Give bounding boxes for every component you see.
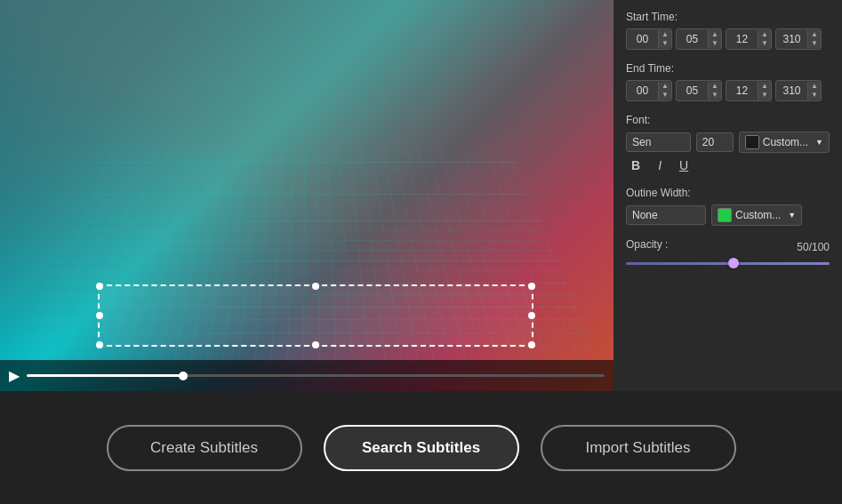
end-time-hours[interactable]: 00 ▲ ▼ (626, 80, 672, 101)
start-time-ms[interactable]: 310 ▲ ▼ (775, 28, 822, 50)
selection-handle-tl[interactable] (96, 283, 103, 290)
bottom-bar: Create Subtitles Search Subtitles Import… (0, 391, 842, 504)
end-time-seconds-btns: ▲ ▼ (758, 82, 771, 100)
right-panel: Start Time: 00 ▲ ▼ 05 ▲ ▼ (613, 0, 842, 391)
end-time-seconds-down[interactable]: ▼ (758, 91, 771, 100)
selection-handle-tr[interactable] (528, 283, 535, 290)
selection-handle-bl[interactable] (96, 341, 103, 348)
font-row: Sen Arial Helvetica 20 16 24 32 Custom..… (626, 132, 830, 153)
start-time-ms-value: 310 (776, 29, 807, 49)
timeline-bar[interactable] (27, 374, 605, 377)
opacity-section: Opacity : 50/100 (626, 238, 830, 270)
end-time-section: End Time: 00 ▲ ▼ 05 ▲ ▼ 12 (626, 62, 830, 101)
timeline-progress (27, 374, 183, 377)
end-time-minutes-up[interactable]: ▲ (709, 82, 721, 91)
start-time-hours-btns: ▲ ▼ (658, 30, 671, 48)
opacity-slider-track[interactable] (626, 262, 830, 265)
opacity-label-row: Opacity : 50/100 (626, 238, 830, 256)
font-color-arrow: ▼ (815, 138, 823, 147)
outline-color-label: Custom... (735, 209, 781, 221)
end-time-minutes-down[interactable]: ▼ (709, 91, 721, 100)
opacity-slider-container (626, 256, 830, 270)
start-time-seconds-down[interactable]: ▼ (758, 39, 771, 48)
opacity-slider-thumb[interactable] (728, 258, 739, 268)
end-time-hours-value: 00 (627, 81, 658, 100)
start-time-section: Start Time: 00 ▲ ▼ 05 ▲ ▼ (626, 11, 830, 50)
opacity-value: 50/100 (797, 241, 830, 253)
selection-handle-bm[interactable] (312, 341, 319, 348)
selection-handle-tm[interactable] (312, 283, 319, 290)
start-time-label: Start Time: (626, 11, 830, 23)
start-time-row: 00 ▲ ▼ 05 ▲ ▼ 12 ▲ (626, 28, 830, 50)
start-time-hours-up[interactable]: ▲ (659, 30, 671, 39)
selection-handle-mr[interactable] (528, 312, 535, 319)
start-time-ms-btns: ▲ ▼ (807, 30, 821, 48)
font-section: Font: Sen Arial Helvetica 20 16 24 32 Cu… (626, 114, 830, 174)
tunnel-lines (0, 147, 613, 391)
font-color-picker[interactable]: Custom... ▼ (739, 132, 830, 153)
opacity-label: Opacity : (626, 238, 668, 251)
end-time-seconds[interactable]: 12 ▲ ▼ (726, 80, 772, 101)
create-subtitles-button[interactable]: Create Subtitles (107, 425, 302, 471)
end-time-minutes[interactable]: 05 ▲ ▼ (676, 80, 722, 101)
end-time-hours-btns: ▲ ▼ (658, 82, 671, 100)
import-subtitles-button[interactable]: Import Subtitles (541, 425, 736, 471)
end-time-ms-down[interactable]: ▼ (808, 91, 821, 100)
font-color-swatch (745, 135, 759, 149)
selection-handle-ml[interactable] (96, 312, 103, 319)
video-container: ▶ (0, 0, 613, 391)
start-time-seconds-value: 12 (726, 29, 758, 49)
end-time-ms[interactable]: 310 ▲ ▼ (775, 80, 822, 101)
video-background (0, 0, 613, 391)
end-time-ms-btns: ▲ ▼ (807, 82, 821, 100)
italic-button[interactable]: I (653, 156, 667, 174)
outline-label: Outine Width: (626, 187, 830, 199)
start-time-hours-down[interactable]: ▼ (659, 39, 671, 48)
end-time-label: End Time: (626, 62, 830, 75)
outline-row: None 1px 2px 3px Custom... ▼ (626, 204, 830, 226)
selection-handle-br[interactable] (528, 341, 535, 348)
font-family-select[interactable]: Sen Arial Helvetica (626, 132, 691, 152)
end-time-hours-up[interactable]: ▲ (659, 82, 671, 91)
outline-color-swatch (718, 208, 732, 222)
main-area: ▶ Start Time: 00 ▲ ▼ 05 (0, 0, 842, 391)
end-time-minutes-value: 05 (677, 81, 708, 100)
start-time-ms-up[interactable]: ▲ (808, 30, 821, 39)
start-time-seconds[interactable]: 12 ▲ ▼ (726, 28, 772, 50)
start-time-ms-down[interactable]: ▼ (808, 39, 821, 48)
outline-color-arrow: ▼ (788, 211, 796, 220)
end-time-ms-up[interactable]: ▲ (808, 82, 821, 91)
outline-select[interactable]: None 1px 2px 3px (626, 205, 706, 225)
end-time-seconds-value: 12 (726, 81, 758, 100)
start-time-minutes[interactable]: 05 ▲ ▼ (676, 28, 722, 50)
video-controls: ▶ (0, 360, 613, 391)
start-time-seconds-up[interactable]: ▲ (758, 30, 771, 39)
outline-color-picker[interactable]: Custom... ▼ (711, 204, 802, 226)
start-time-seconds-btns: ▲ ▼ (758, 30, 771, 48)
timeline-dot (179, 372, 188, 380)
subtitle-selection-box[interactable] (98, 284, 533, 347)
start-time-minutes-down[interactable]: ▼ (709, 39, 721, 48)
bold-button[interactable]: B (626, 156, 646, 174)
end-time-minutes-btns: ▲ ▼ (708, 82, 721, 100)
search-subtitles-button[interactable]: Search Subtitles (324, 425, 519, 471)
start-time-minutes-btns: ▲ ▼ (708, 30, 721, 48)
start-time-minutes-up[interactable]: ▲ (709, 30, 721, 39)
font-size-select[interactable]: 20 16 24 32 (696, 132, 734, 152)
format-row: B I U (626, 156, 830, 174)
end-time-row: 00 ▲ ▼ 05 ▲ ▼ 12 ▲ (626, 80, 830, 101)
end-time-hours-down[interactable]: ▼ (659, 91, 671, 100)
start-time-minutes-value: 05 (677, 29, 708, 49)
start-time-hours-value: 00 (627, 29, 658, 49)
end-time-seconds-up[interactable]: ▲ (758, 82, 771, 91)
play-button[interactable]: ▶ (9, 367, 20, 384)
start-time-hours[interactable]: 00 ▲ ▼ (626, 28, 672, 50)
font-label: Font: (626, 114, 830, 126)
underline-button[interactable]: U (674, 156, 694, 174)
outline-section: Outine Width: None 1px 2px 3px Custom...… (626, 187, 830, 226)
end-time-ms-value: 310 (776, 81, 807, 100)
font-color-label: Custom... (763, 136, 808, 148)
